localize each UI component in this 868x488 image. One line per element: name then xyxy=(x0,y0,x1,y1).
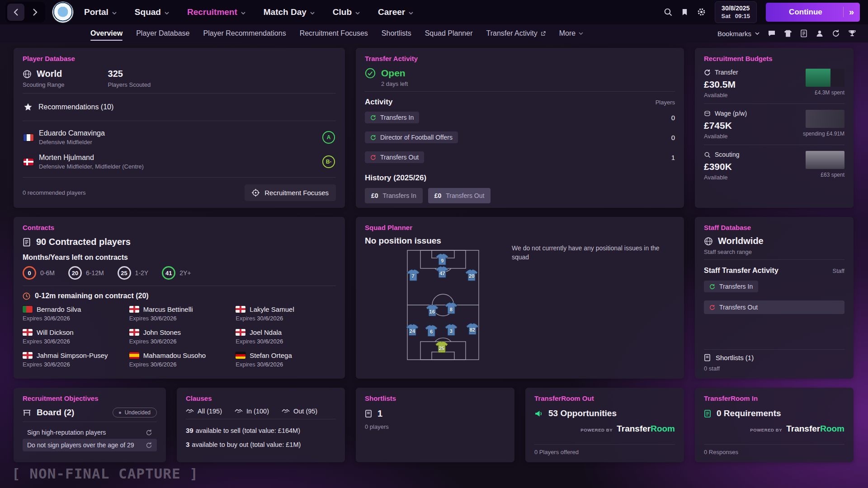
transfers-out-link[interactable]: Transfers Out xyxy=(365,151,424,163)
shortlists-count[interactable]: 1 xyxy=(365,408,505,419)
nav-club[interactable]: Club xyxy=(333,7,360,17)
divider xyxy=(186,419,336,419)
squad-shirt[interactable]: 20 xyxy=(465,269,478,281)
months-left-header: Months/Years left on contracts xyxy=(23,253,336,262)
card-title: Shortlists xyxy=(365,394,505,402)
tab-shortlists[interactable]: Shortlists xyxy=(382,24,411,42)
chat-icon[interactable] xyxy=(768,29,776,38)
staff-transfers-in-link[interactable]: Transfers In xyxy=(704,281,758,292)
recurring-icon[interactable] xyxy=(146,442,152,449)
handshake-icon xyxy=(282,408,290,414)
clauses-filter-all[interactable]: All (195) xyxy=(186,408,222,415)
contract-band-6-12m[interactable]: 206-12M xyxy=(68,266,104,280)
contract-player[interactable]: Joel NdalaExpires 30/6/2026 xyxy=(236,328,336,345)
kit-icon[interactable] xyxy=(784,29,792,38)
back-button[interactable] xyxy=(7,4,24,21)
staff-search-range[interactable]: Worldwide Staff search range xyxy=(704,236,844,255)
opportunities-count[interactable]: 53 Opportunities xyxy=(534,408,675,418)
tab-player-database[interactable]: Player Database xyxy=(136,24,189,42)
squad-shirt[interactable]: 16 xyxy=(425,305,439,317)
responses-count: 0 Responses xyxy=(704,449,844,455)
squad-shirt[interactable]: 7 xyxy=(406,269,420,281)
nav-squad[interactable]: Squad xyxy=(135,7,169,17)
club-badge[interactable] xyxy=(52,2,73,23)
scouting-range[interactable]: World Scouting Range xyxy=(23,69,65,88)
tab-more[interactable]: More xyxy=(559,24,583,42)
players-scouted[interactable]: 325 Players Scouted xyxy=(108,69,151,88)
contract-player[interactable]: Stefan OrtegaExpires 30/6/2026 xyxy=(236,352,336,368)
recommendations-link[interactable]: Recommendations (10) xyxy=(23,98,336,117)
status-badge: Undecided xyxy=(113,408,157,418)
date-display[interactable]: 30/8/2025 Sat09:15 xyxy=(715,1,757,23)
tab-squad-planner[interactable]: Squad Planner xyxy=(425,24,473,42)
contract-player[interactable]: Bernardo SilvaExpires 30/6/2026 xyxy=(23,305,123,322)
staff-transfers-out-link[interactable]: Transfers Out xyxy=(704,300,844,314)
squad-shirt-goalkeeper[interactable]: 25 xyxy=(435,341,448,353)
wage-budget[interactable]: Wage (p/w) £745K Available spending £4.9… xyxy=(704,108,844,141)
squad-shirt[interactable]: 3 xyxy=(444,324,458,336)
contract-player[interactable]: Mahamadou SusohoExpires 30/6/2026 xyxy=(129,352,230,368)
dof-offers-link[interactable]: Director of Football Offers xyxy=(365,131,458,143)
divider xyxy=(704,103,844,104)
fm-recruitment-screen: Portal Squad Recruitment Match Day Club … xyxy=(0,0,868,488)
tab-recruitment-focuses[interactable]: Recruitment Focuses xyxy=(300,24,368,42)
chevron-down-icon xyxy=(579,32,583,35)
tab-overview[interactable]: Overview xyxy=(90,24,123,42)
contract-band-0-6m[interactable]: 00-6M xyxy=(23,266,55,280)
recruitment-focuses-button[interactable]: Recruitment Focuses xyxy=(245,184,336,201)
objective-row[interactable]: Sign high-reputation players xyxy=(23,426,157,439)
squad-shirt[interactable]: 8 xyxy=(444,302,458,314)
bookmarks-dropdown[interactable]: Bookmarks xyxy=(717,30,760,38)
gear-icon[interactable] xyxy=(697,8,706,16)
contracts-card: Contracts 90 Contracted players Months/Y… xyxy=(14,217,345,379)
forward-button[interactable] xyxy=(26,4,43,21)
board-objectives[interactable]: Board (2) Undecided xyxy=(23,408,157,418)
contract-player[interactable]: Jahmai Simpson-PuseyExpires 30/6/2026 xyxy=(23,352,123,368)
sync-icon[interactable] xyxy=(832,29,840,38)
objective-row[interactable]: Do not sign players over the age of 29 xyxy=(23,439,157,451)
recurring-icon[interactable] xyxy=(146,429,152,436)
contract-player[interactable]: Lakyle SamuelExpires 30/6/2026 xyxy=(236,305,336,322)
transferroom-logo: TransferRoom xyxy=(617,424,675,434)
clauses-filter-out[interactable]: Out (95) xyxy=(282,408,317,415)
contract-player[interactable]: John StonesExpires 30/6/2026 xyxy=(129,328,230,345)
squad-shirt[interactable]: 82 xyxy=(466,323,479,335)
recommended-player-row[interactable]: Morten HjulmandDefensive Midfielder, Mid… xyxy=(23,150,336,174)
transfer-budget[interactable]: Transfer £30.5M Available £4.3M spent xyxy=(704,67,844,99)
nav-recruitment[interactable]: Recruitment xyxy=(187,7,245,17)
clause-buyout-line[interactable]: 3available to buy out (total value: £1M) xyxy=(186,441,336,448)
contract-player[interactable]: Marcus BettinelliExpires 30/6/2026 xyxy=(129,305,230,322)
contract-band-2y-plus[interactable]: 412Y+ xyxy=(162,266,191,280)
clause-sell-line[interactable]: 39available to sell (total value: £164M) xyxy=(186,427,336,434)
tab-transfer-activity[interactable]: Transfer Activity xyxy=(486,24,545,42)
nav-portal[interactable]: Portal xyxy=(84,7,117,17)
history-transfers-out-button[interactable]: £0Transfers Out xyxy=(428,188,491,203)
squad-shirt[interactable]: 9 xyxy=(435,253,449,266)
nav-match-day[interactable]: Match Day xyxy=(264,7,315,17)
tab-player-recommendations[interactable]: Player Recommendations xyxy=(203,24,286,42)
bookmark-icon[interactable] xyxy=(681,8,688,16)
news-icon[interactable] xyxy=(800,29,807,38)
requirements-count[interactable]: 0 Requirements xyxy=(704,408,844,418)
contracted-players[interactable]: 90 Contracted players xyxy=(23,237,336,247)
squad-shirt[interactable]: 47 xyxy=(435,266,449,278)
squad-shirt[interactable]: 6 xyxy=(425,324,438,337)
contract-band-1-2y[interactable]: 251-2Y xyxy=(118,266,149,280)
transfer-in-icon xyxy=(370,115,376,121)
clauses-filter-in[interactable]: In (100) xyxy=(235,408,269,415)
scouting-budget[interactable]: Scouting £390K Available £63 spent xyxy=(704,149,844,182)
agents-icon[interactable] xyxy=(816,29,824,38)
staff-activity-header: Staff Transfer Activity xyxy=(704,267,778,275)
search-icon[interactable] xyxy=(664,8,672,16)
squad-shirt[interactable]: 24 xyxy=(406,324,419,336)
staff-shortlists-link[interactable]: Shortlists (1) xyxy=(704,354,844,361)
trophy-icon[interactable] xyxy=(848,29,856,38)
contract-player[interactable]: Will DicksonExpires 30/6/2026 xyxy=(23,328,123,345)
external-link-icon xyxy=(541,31,546,36)
continue-button[interactable]: Continue » xyxy=(766,3,860,22)
nav-career[interactable]: Career xyxy=(378,7,413,17)
recommended-player-row[interactable]: Eduardo CamavingaDefensive Midfielder A xyxy=(23,125,336,150)
history-transfers-in-button[interactable]: £0Transfers In xyxy=(365,188,423,203)
transfers-in-link[interactable]: Transfers In xyxy=(365,112,419,123)
flag-icon xyxy=(129,306,139,313)
